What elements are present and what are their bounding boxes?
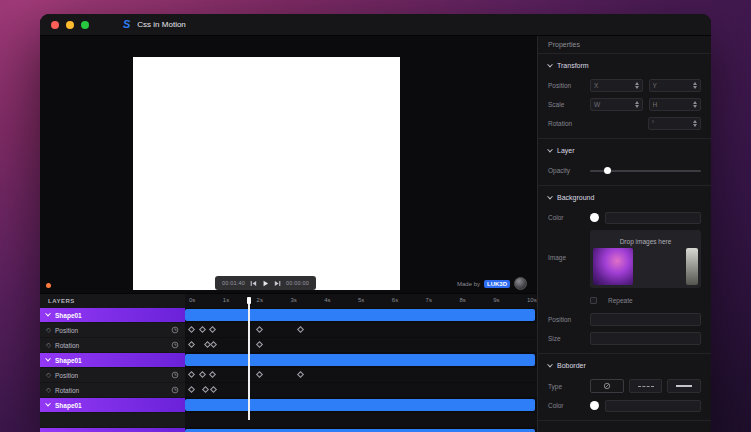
playhead-handle-icon[interactable] [247, 297, 251, 304]
stepper-up-icon[interactable] [693, 120, 697, 123]
layer-duration-bar[interactable] [185, 354, 535, 366]
keyframe-diamond-icon[interactable] [296, 326, 303, 333]
bg-size-input[interactable] [591, 335, 700, 342]
stepper-down-icon[interactable] [635, 105, 639, 108]
bg-position-field[interactable] [590, 313, 701, 326]
layer-property[interactable]: ◇Position [40, 323, 185, 337]
keyframe-diamond-icon[interactable] [188, 341, 195, 348]
keyframe-diamond-icon[interactable] [188, 386, 195, 393]
keyframe-diamond-icon[interactable] [198, 326, 205, 333]
stepper[interactable] [693, 82, 700, 90]
border-dashed-button[interactable] [629, 379, 663, 393]
keyframe-diamond-icon[interactable] [256, 341, 263, 348]
stepper[interactable] [635, 82, 642, 90]
opacity-row: Opacity [538, 164, 711, 177]
status-dot [46, 283, 51, 288]
layer-duration-bar[interactable] [185, 399, 535, 411]
keyframe-diamond-icon[interactable] [256, 326, 263, 333]
transform-section-toggle[interactable]: Transform [538, 58, 711, 73]
clock-icon[interactable] [171, 341, 179, 349]
clock-icon[interactable] [171, 371, 179, 379]
avatar[interactable] [514, 277, 527, 290]
stepper[interactable] [693, 101, 700, 109]
keyframe-diamond-icon[interactable] [209, 371, 216, 378]
color-value-field[interactable] [605, 400, 701, 412]
artboard[interactable] [133, 57, 400, 290]
layer-property[interactable] [40, 413, 185, 427]
keyframe-track[interactable] [185, 323, 537, 337]
border-none-button[interactable] [590, 379, 624, 393]
layer-duration-bar[interactable] [185, 309, 535, 321]
layer-header[interactable]: Shape01 [40, 428, 185, 432]
keyframe-diamond-icon[interactable] [188, 371, 195, 378]
scale-w-field[interactable] [590, 98, 643, 111]
scale-w-input[interactable] [591, 101, 635, 108]
stepper-up-icon[interactable] [693, 101, 697, 104]
zoom-button[interactable] [81, 21, 89, 29]
keyframe-track[interactable] [185, 338, 537, 352]
play-button[interactable] [262, 280, 269, 287]
keyframe-diamond-icon[interactable] [202, 386, 209, 393]
layer-header[interactable]: Shape01 [40, 353, 185, 367]
titlebar[interactable]: S Css in Motion [40, 14, 711, 36]
position-x-input[interactable] [591, 82, 635, 89]
keyframe-diamond-icon[interactable] [198, 371, 205, 378]
opacity-slider[interactable] [590, 167, 701, 175]
canvas-area[interactable]: 00:01:40 00:00:00 Made by LUK3D [40, 36, 537, 293]
keyframe-track[interactable] [185, 368, 537, 382]
stepper-up-icon[interactable] [693, 82, 697, 85]
stepper-down-icon[interactable] [693, 124, 697, 127]
minimize-button[interactable] [66, 21, 74, 29]
skip-back-button[interactable] [250, 280, 257, 287]
position-x-field[interactable] [590, 79, 643, 92]
image-thumbnail[interactable] [593, 248, 633, 285]
stepper-up-icon[interactable] [635, 82, 639, 85]
layer-property[interactable]: ◇Rotation [40, 383, 185, 397]
stepper-down-icon[interactable] [693, 105, 697, 108]
keyframe-diamond-icon[interactable] [210, 341, 217, 348]
color-swatch[interactable] [590, 401, 599, 410]
slider-thumb-icon[interactable] [604, 167, 611, 174]
repeat-checkbox[interactable] [590, 297, 597, 304]
timeline-ruler[interactable]: 0s1s2s3s4s5s6s7s8s9s10s [185, 294, 537, 308]
rotation-input[interactable] [649, 120, 694, 127]
clock-icon[interactable] [171, 326, 179, 334]
keyframe-diamond-icon[interactable] [256, 371, 263, 378]
image-thumbnail[interactable] [686, 248, 698, 285]
position-y-input[interactable] [650, 82, 694, 89]
image-dropzone[interactable]: Drop images here [590, 230, 701, 288]
color-value-field[interactable] [605, 212, 701, 224]
author-badge[interactable]: LUK3D [484, 280, 510, 288]
keyframe-diamond-icon[interactable] [210, 386, 217, 393]
position-y-field[interactable] [649, 79, 702, 92]
stepper-up-icon[interactable] [635, 101, 639, 104]
layer-section-toggle[interactable]: Layer [538, 143, 711, 158]
scale-h-field[interactable] [649, 98, 702, 111]
bg-position-input[interactable] [591, 316, 700, 323]
layer-header[interactable]: Shape01 [40, 308, 185, 322]
stepper-down-icon[interactable] [635, 86, 639, 89]
color-swatch[interactable] [590, 213, 599, 222]
stepper[interactable] [693, 120, 700, 128]
bg-image-row: Image Drop images here [538, 230, 711, 288]
keyframe-diamond-icon[interactable] [296, 371, 303, 378]
keyframe-track[interactable] [185, 413, 537, 427]
keyframe-track[interactable] [185, 383, 537, 397]
layer-property[interactable]: ◇Position [40, 368, 185, 382]
keyframe-diamond-icon[interactable] [209, 326, 216, 333]
border-section-toggle[interactable]: Boborder [538, 358, 711, 373]
stepper-down-icon[interactable] [693, 86, 697, 89]
layer-header[interactable]: Shape01 [40, 398, 185, 412]
scale-h-input[interactable] [650, 101, 694, 108]
clock-icon[interactable] [171, 386, 179, 394]
rotation-field[interactable] [648, 117, 702, 130]
keyframe-diamond-icon[interactable] [188, 326, 195, 333]
bg-size-field[interactable] [590, 332, 701, 345]
background-section-toggle[interactable]: Background [538, 190, 711, 205]
close-button[interactable] [51, 21, 59, 29]
layer-property[interactable]: ◇Rotation [40, 338, 185, 352]
skip-forward-button[interactable] [274, 280, 281, 287]
playhead[interactable] [248, 297, 250, 420]
stepper[interactable] [635, 101, 642, 109]
border-solid-button[interactable] [667, 379, 701, 393]
